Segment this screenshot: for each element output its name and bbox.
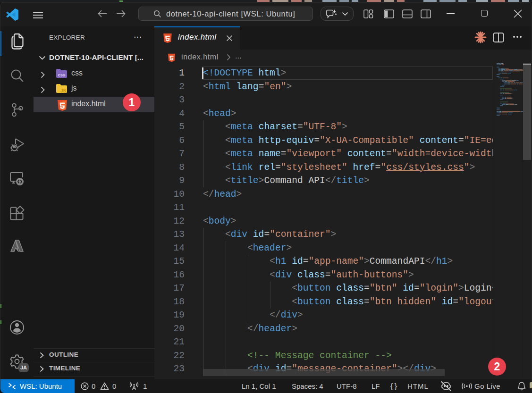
svg-text:JS: JS (60, 88, 67, 93)
svg-text:css: css (58, 72, 66, 77)
